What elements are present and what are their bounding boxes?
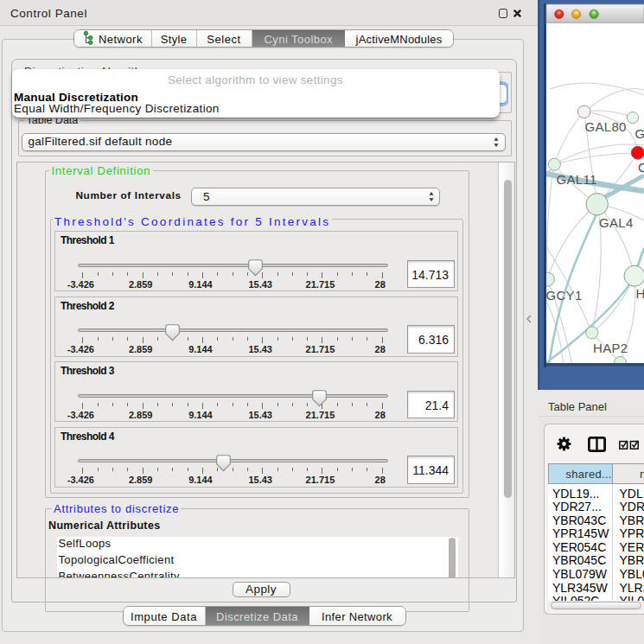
svg-text:HAP2: HAP2 <box>593 341 628 355</box>
svg-text:G.: G. <box>635 126 644 141</box>
svg-text:GCY1: GCY1 <box>546 288 583 303</box>
svg-text:GAL4: GAL4 <box>599 215 634 230</box>
svg-text:GAL80: GAL80 <box>585 119 627 134</box>
svg-text:C: C <box>638 160 644 175</box>
svg-text:GAL11: GAL11 <box>557 172 597 187</box>
svg-text:H: H <box>636 286 644 301</box>
